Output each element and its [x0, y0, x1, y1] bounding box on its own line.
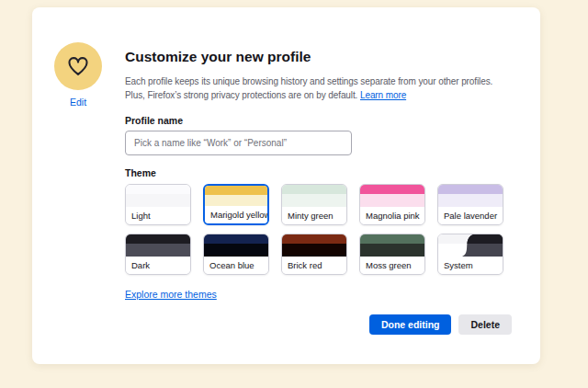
theme-preview-marigold-yellow [205, 186, 267, 206]
theme-body-moss-green [360, 244, 424, 257]
theme-strip-moss-green [360, 234, 424, 244]
avatar-edit-link[interactable]: Edit [70, 97, 86, 108]
theme-strip-minty-green [282, 185, 346, 194]
theme-body-ocean-blue [204, 244, 268, 257]
description: Each profile keeps its unique browsing h… [125, 74, 512, 102]
theme-card-moss-green[interactable]: Moss green [359, 234, 425, 275]
theme-name-label: Magnolia pink [360, 207, 424, 224]
theme-name-label: Moss green [360, 257, 424, 274]
theme-card-minty-green[interactable]: Minty green [281, 184, 347, 225]
main-column: Customize your new profile Each profile … [125, 48, 512, 335]
profile-name-label: Profile name [125, 115, 512, 126]
heart-icon [66, 54, 90, 78]
delete-button[interactable]: Delete [458, 314, 512, 335]
theme-preview-light [126, 185, 190, 207]
theme-strip-pale-lavender [438, 185, 503, 194]
theme-card-magnolia-pink[interactable]: Magnolia pink [359, 184, 425, 225]
theme-card-system[interactable]: System [437, 234, 503, 275]
avatar-column: Edit [54, 42, 102, 109]
action-buttons: Done editing Delete [125, 314, 512, 335]
theme-label: Theme [125, 167, 512, 178]
theme-card-dark[interactable]: Dark [125, 234, 191, 275]
system-theme-split-icon [438, 234, 503, 257]
theme-name-label: Pale lavender [438, 207, 503, 224]
theme-preview-ocean-blue [204, 234, 268, 257]
profile-name-input[interactable] [125, 131, 352, 155]
theme-name-label: Brick red [282, 257, 346, 274]
description-text: Each profile keeps its unique browsing h… [125, 76, 492, 100]
theme-body-minty-green [282, 194, 346, 207]
theme-preview-brick-red [282, 234, 346, 257]
theme-name-label: Dark [126, 257, 190, 274]
theme-card-light[interactable]: Light [125, 184, 191, 225]
theme-card-pale-lavender[interactable]: Pale lavender [437, 184, 503, 225]
theme-card-marigold-yellow[interactable]: Marigold yellow [203, 184, 269, 225]
theme-preview-pale-lavender [438, 185, 503, 207]
explore-more-themes-link[interactable]: Explore more themes [125, 289, 217, 300]
profile-settings-card: Edit Customize your new profile Each pro… [32, 7, 540, 364]
theme-body-light [126, 194, 190, 207]
theme-strip-light [126, 185, 190, 194]
theme-preview-moss-green [360, 234, 424, 257]
page-background: Edit Customize your new profile Each pro… [0, 0, 588, 388]
theme-name-label: Minty green [282, 207, 346, 224]
theme-preview-minty-green [282, 185, 346, 207]
theme-body-brick-red [282, 244, 346, 257]
theme-preview-dark [126, 234, 190, 257]
theme-name-label: Ocean blue [204, 257, 268, 274]
done-editing-button[interactable]: Done editing [369, 314, 452, 335]
theme-body-pale-lavender [438, 194, 503, 207]
theme-card-brick-red[interactable]: Brick red [281, 234, 347, 275]
avatar[interactable] [54, 42, 102, 90]
theme-grid: LightMarigold yellowMinty greenMagnolia … [125, 184, 512, 275]
page-title: Customize your new profile [125, 48, 512, 65]
theme-strip-ocean-blue [204, 234, 268, 244]
theme-preview-magnolia-pink [360, 185, 424, 207]
theme-preview-system [438, 234, 503, 257]
learn-more-link[interactable]: Learn more [360, 90, 406, 100]
theme-name-label: Light [126, 207, 190, 224]
theme-strip-magnolia-pink [360, 185, 424, 194]
theme-body-dark [126, 244, 190, 257]
theme-strip-marigold-yellow [205, 186, 267, 195]
theme-name-label: System [438, 257, 503, 274]
theme-strip-dark [126, 234, 190, 244]
theme-card-ocean-blue[interactable]: Ocean blue [203, 234, 269, 275]
theme-body-magnolia-pink [360, 194, 424, 207]
theme-name-label: Marigold yellow [205, 206, 267, 223]
theme-strip-brick-red [282, 234, 346, 244]
theme-body-marigold-yellow [205, 195, 267, 206]
